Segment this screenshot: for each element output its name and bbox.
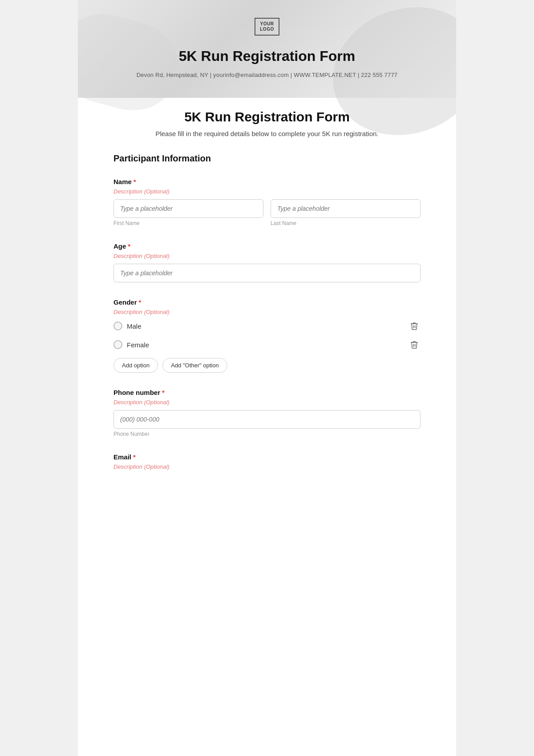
last-name-input[interactable] <box>271 199 421 218</box>
last-name-sublabel: Last Name <box>271 220 421 226</box>
first-name-col: First Name <box>113 199 263 226</box>
field-description-phone: Description (Optional) <box>113 399 421 406</box>
field-group-age: Age * Description (Optional) <box>113 242 421 282</box>
phone-sublabel: Phone Number <box>113 431 421 437</box>
required-star-age: * <box>128 242 130 250</box>
required-star: * <box>134 178 136 185</box>
page-wrapper: YOUR LOGO 5K Run Registration Form Devon… <box>78 0 456 756</box>
field-group-name: Name * Description (Optional) First Name… <box>113 178 421 226</box>
add-option-button[interactable]: Add option <box>113 358 158 373</box>
header-title: 5K Run Registration Form <box>105 48 429 64</box>
radio-circle-female[interactable] <box>113 340 122 349</box>
header-section: YOUR LOGO 5K Run Registration Form Devon… <box>78 0 456 92</box>
form-main-title: 5K Run Registration Form <box>113 109 421 125</box>
first-name-sublabel: First Name <box>113 220 263 226</box>
age-input[interactable] <box>113 264 421 282</box>
gender-button-row: Add option Add "Other" option <box>113 358 421 373</box>
field-group-gender: Gender * Description (Optional) Male <box>113 298 421 373</box>
radio-left-male: Male <box>113 322 142 330</box>
logo-line2: LOGO <box>260 27 274 32</box>
delete-male-icon[interactable] <box>408 320 421 332</box>
field-description-gender: Description (Optional) <box>113 309 421 315</box>
required-star-phone: * <box>162 389 165 396</box>
phone-input[interactable] <box>113 410 421 429</box>
name-input-row: First Name Last Name <box>113 199 421 226</box>
field-label-age: Age * <box>113 242 421 250</box>
radio-label-female: Female <box>127 341 149 349</box>
form-description: Please fill in the required details belo… <box>113 130 421 137</box>
field-description-age: Description (Optional) <box>113 253 421 259</box>
field-label-name: Name * <box>113 178 421 185</box>
logo-line1: YOUR <box>260 21 274 27</box>
radio-circle-male[interactable] <box>113 322 122 330</box>
last-name-col: Last Name <box>271 199 421 226</box>
field-group-phone: Phone number * Description (Optional) Ph… <box>113 389 421 437</box>
first-name-input[interactable] <box>113 199 263 218</box>
field-group-email: Email * Description (Optional) <box>113 453 421 470</box>
form-content: 5K Run Registration Form Please fill in … <box>78 92 456 513</box>
radio-option-male: Male <box>113 320 421 332</box>
add-other-option-button[interactable]: Add "Other" option <box>162 358 227 373</box>
required-star-email: * <box>133 453 136 461</box>
header-contact: Devon Rd, Hempstead, NY | yourinfo@email… <box>105 72 429 78</box>
logo-box: YOUR LOGO <box>255 18 279 36</box>
radio-label-male: Male <box>127 322 142 330</box>
field-description-name: Description (Optional) <box>113 188 421 195</box>
field-label-phone: Phone number * <box>113 389 421 396</box>
delete-female-icon[interactable] <box>408 338 421 351</box>
section-participant-heading: Participant Information <box>113 153 421 165</box>
radio-left-female: Female <box>113 340 149 349</box>
required-star-gender: * <box>139 298 142 306</box>
field-description-email: Description (Optional) <box>113 463 421 470</box>
field-label-gender: Gender * <box>113 298 421 306</box>
field-label-email: Email * <box>113 453 421 461</box>
radio-option-female: Female <box>113 338 421 351</box>
